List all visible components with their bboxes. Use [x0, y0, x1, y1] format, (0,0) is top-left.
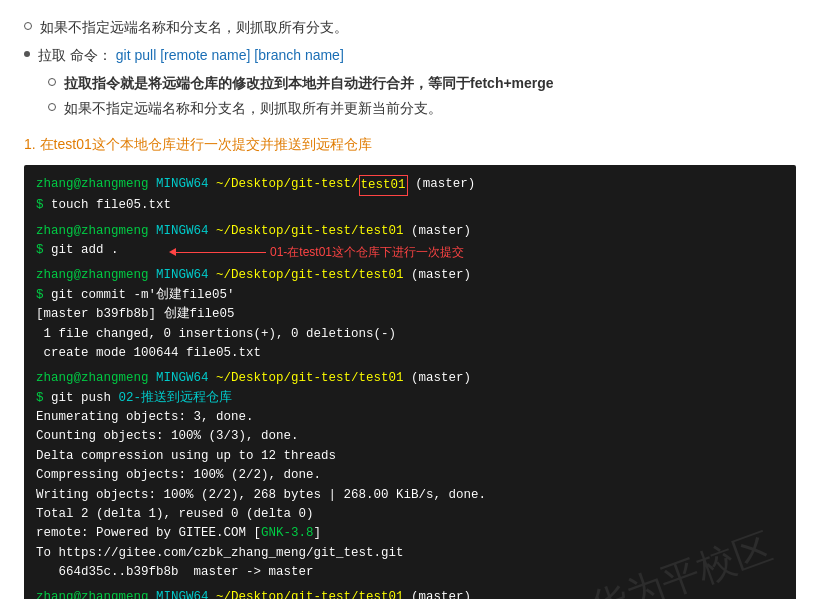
- arrow-head: [169, 248, 176, 256]
- terminal-line-12: Enumerating objects: 3, done.: [36, 408, 784, 427]
- circle-bullet-icon-2: [48, 78, 56, 86]
- prompt-master-4: (master): [404, 369, 472, 388]
- terminal-line-17: Total 2 (delta 1), reused 0 (delta 0): [36, 505, 784, 524]
- terminal-line-6: $ git commit -m'创建file05': [36, 286, 784, 305]
- terminal-line-7: [master b39fb8b] 创建file05: [36, 305, 784, 324]
- terminal-line-21: zhang@zhangmeng MINGW64 ~/Desktop/git-te…: [36, 588, 784, 599]
- terminal-line-15: Compressing objects: 100% (2/2), done.: [36, 466, 784, 485]
- prompt-app-1: MINGW64: [156, 175, 209, 194]
- push-out-2: Counting objects: 100% (3/3), done.: [36, 427, 299, 446]
- pull-sub-text-1: 拉取指令就是将远端仓库的修改拉到本地并自动进行合并，等同于fetch+merge: [64, 72, 554, 96]
- terminal-block: zhang@zhangmeng MINGW64 ~/Desktop/git-te…: [24, 165, 796, 599]
- out-3: create mode 100644 file05.txt: [36, 344, 261, 363]
- push-out-3: Delta compression using up to 12 threads: [36, 447, 336, 466]
- prompt-master-5: (master): [404, 588, 472, 599]
- top-bullets: 如果不指定远端名称和分支名，则抓取所有分支。: [24, 16, 796, 40]
- fetch-text: 如果不指定远端名称和分支名，则抓取所有分支。: [40, 16, 348, 40]
- terminal-line-14: Delta compression using up to 12 threads: [36, 447, 784, 466]
- section-title-text: 1. 在test01这个本地仓库进行一次提交并推送到远程仓库: [24, 136, 372, 152]
- prompt-space-3: [149, 222, 157, 241]
- pull-sub-item-2: 如果不指定远端名称和分支名，则抓取所有并更新当前分支。: [48, 97, 796, 121]
- prompt-user-4: zhang@zhangmeng: [36, 369, 149, 388]
- cmd-touch: touch file05.txt: [51, 196, 171, 215]
- prompt-space-10: [209, 588, 217, 599]
- pull-sub-text-2: 如果不指定远端名称和分支名，则抓取所有并更新当前分支。: [64, 97, 442, 121]
- annotation-text: 01-在test01这个仓库下进行一次提交: [270, 243, 464, 262]
- prompt-path-2: ~/Desktop/git-test/test01: [216, 222, 404, 241]
- terminal-line-19: To https://gitee.com/czbk_zhang_meng/git…: [36, 544, 784, 563]
- prompt-space-4: [209, 222, 217, 241]
- terminal-line-9: create mode 100644 file05.txt: [36, 344, 784, 363]
- dollar-2: $: [36, 241, 51, 260]
- push-out-4: Compressing objects: 100% (2/2), done.: [36, 466, 321, 485]
- out-2: 1 file changed, 0 insertions(+), 0 delet…: [36, 325, 396, 344]
- bullet-item-pull: 拉取 命令： git pull [remote name] [branch na…: [24, 44, 796, 68]
- prompt-path-highlight-1: test01: [359, 175, 408, 196]
- terminal-line-4: $ git add . 01-在test01这个仓库下进行一次提交: [36, 241, 784, 260]
- terminal-line-2: $ touch file05.txt: [36, 196, 784, 215]
- prompt-space-7: [149, 369, 157, 388]
- terminal-line-11: $ git push 02-推送到远程仓库: [36, 389, 784, 408]
- prompt-user-3: zhang@zhangmeng: [36, 266, 149, 285]
- prompt-space-1: [149, 175, 157, 194]
- circle-bullet-icon: [24, 22, 32, 30]
- pull-bullets: 拉取 命令： git pull [remote name] [branch na…: [24, 44, 796, 68]
- content-area: 如果不指定远端名称和分支名，则抓取所有分支。 拉取 命令： git pull […: [24, 16, 796, 599]
- dollar-3: $: [36, 286, 51, 305]
- prompt-user-5: zhang@zhangmeng: [36, 588, 149, 599]
- push-out-remote-close: ]: [314, 524, 322, 543]
- cmd-push-pre: git push: [51, 389, 119, 408]
- terminal-line-18: remote: Powered by GITEE.COM [GNK-3.8]: [36, 524, 784, 543]
- bullet-item-fetch: 如果不指定远端名称和分支名，则抓取所有分支。: [24, 16, 796, 40]
- push-out-7: To https://gitee.com/czbk_zhang_meng/git…: [36, 544, 404, 563]
- pull-code: git pull [remote name] [branch name]: [116, 47, 344, 63]
- pull-label: 拉取 命令： git pull [remote name] [branch na…: [38, 44, 344, 68]
- circle-bullet-icon-3: [48, 103, 56, 111]
- terminal-line-1: zhang@zhangmeng MINGW64 ~/Desktop/git-te…: [36, 175, 784, 196]
- out-1: [master b39fb8b] 创建file05: [36, 305, 235, 324]
- prompt-app-5: MINGW64: [156, 588, 209, 599]
- arrow-shaft: [176, 252, 266, 253]
- terminal-line-16: Writing objects: 100% (2/2), 268 bytes |…: [36, 486, 784, 505]
- pull-sub-bullets: 拉取指令就是将远端仓库的修改拉到本地并自动进行合并，等同于fetch+merge…: [24, 72, 796, 122]
- terminal-line-3: zhang@zhangmeng MINGW64 ~/Desktop/git-te…: [36, 222, 784, 241]
- prompt-app-2: MINGW64: [156, 222, 209, 241]
- dollar-4: $: [36, 389, 51, 408]
- prompt-path-5: ~/Desktop/git-test/test01: [216, 588, 404, 599]
- cmd-push-label: 02-推送到远程仓库: [119, 389, 233, 408]
- prompt-space-5: [149, 266, 157, 285]
- dot-bullet-icon: [24, 51, 30, 57]
- push-out-6: Total 2 (delta 1), reused 0 (delta 0): [36, 505, 314, 524]
- terminal-line-20: 664d35c..b39fb8b master -> master: [36, 563, 784, 582]
- push-out-8: 664d35c..b39fb8b master -> master: [36, 563, 314, 582]
- pull-label-text: 拉取 命令：: [38, 47, 112, 63]
- prompt-user-1: zhang@zhangmeng: [36, 175, 149, 194]
- section-title: 1. 在test01这个本地仓库进行一次提交并推送到远程仓库: [24, 133, 796, 157]
- push-out-remote-gnk: GNK-3.8: [261, 524, 314, 543]
- prompt-master-1: (master): [408, 175, 476, 194]
- terminal-line-8: 1 file changed, 0 insertions(+), 0 delet…: [36, 325, 784, 344]
- prompt-path-1: ~/Desktop/git-test/: [216, 175, 359, 194]
- prompt-space-9: [149, 588, 157, 599]
- prompt-space-2: [209, 175, 217, 194]
- cmd-add: git add .: [51, 241, 119, 260]
- prompt-user-2: zhang@zhangmeng: [36, 222, 149, 241]
- dollar-1: $: [36, 196, 51, 215]
- annotation-container: 01-在test01这个仓库下进行一次提交: [176, 243, 464, 262]
- prompt-master-3: (master): [404, 266, 472, 285]
- push-out-5: Writing objects: 100% (2/2), 268 bytes |…: [36, 486, 486, 505]
- terminal-line-13: Counting objects: 100% (3/3), done.: [36, 427, 784, 446]
- prompt-space-8: [209, 369, 217, 388]
- prompt-path-4: ~/Desktop/git-test/test01: [216, 369, 404, 388]
- terminal-line-5: zhang@zhangmeng MINGW64 ~/Desktop/git-te…: [36, 266, 784, 285]
- push-out-remote-pre: remote: Powered by GITEE.COM [: [36, 524, 261, 543]
- prompt-master-2: (master): [404, 222, 472, 241]
- pull-sub-item-1: 拉取指令就是将远端仓库的修改拉到本地并自动进行合并，等同于fetch+merge: [48, 72, 796, 96]
- push-out-1: Enumerating objects: 3, done.: [36, 408, 254, 427]
- terminal-line-10: zhang@zhangmeng MINGW64 ~/Desktop/git-te…: [36, 369, 784, 388]
- prompt-app-4: MINGW64: [156, 369, 209, 388]
